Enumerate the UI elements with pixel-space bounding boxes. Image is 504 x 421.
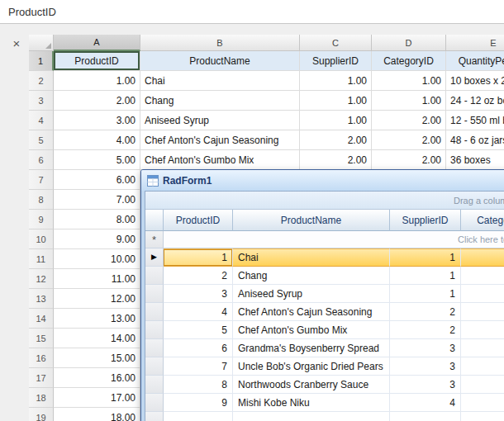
grid-cell-supplier[interactable]: 2 xyxy=(390,321,461,339)
grid-cell-supplier[interactable]: 3 xyxy=(390,357,461,376)
sheet-row-header-14[interactable]: 14 xyxy=(29,309,54,329)
grid-cell-supplier[interactable]: 1 xyxy=(390,267,461,285)
sheet-cell-b2[interactable]: Chai xyxy=(140,71,300,91)
grid-cell-name[interactable]: Northwoods Cranberry Sauce xyxy=(233,376,390,394)
grid-cell-id[interactable]: 1 xyxy=(164,248,233,267)
grid-row-8[interactable]: 8Northwoods Cranberry Sauce3 xyxy=(145,376,504,394)
sheet-cell-a2[interactable]: 1.00 xyxy=(54,71,140,91)
grid-row-7[interactable]: 7Uncle Bob's Organic Dried Pears3 xyxy=(145,357,504,376)
grid-row-4[interactable]: 4Chef Anton's Cajun Seasoning2 xyxy=(145,303,504,321)
grid-cell-id[interactable]: 2 xyxy=(164,267,233,285)
grid-cell-supplier[interactable]: 3 xyxy=(390,339,461,357)
sheet-cell-a8[interactable]: 7.00 xyxy=(54,190,140,210)
sheet-cell-c6[interactable]: 2.00 xyxy=(300,150,372,170)
sheet-row-header-9[interactable]: 9 xyxy=(29,210,54,229)
sheet-cell-d2[interactable]: 1.00 xyxy=(372,71,446,91)
grid-cell-supplier[interactable]: 1 xyxy=(390,248,461,267)
grid-cell-category[interactable] xyxy=(461,376,504,394)
sheet-row-header-4[interactable]: 4 xyxy=(29,111,54,130)
grid-cell-id[interactable]: 5 xyxy=(164,321,233,339)
grid-cell-supplier[interactable]: 4 xyxy=(390,394,461,412)
grid-group-panel[interactable]: Drag a column here to group by that colu… xyxy=(145,192,504,210)
sheet-row-header-18[interactable]: 18 xyxy=(29,388,54,408)
sheet-row-header-2[interactable]: 2 xyxy=(29,71,54,91)
grid-cell-supplier[interactable]: 1 xyxy=(390,285,461,303)
sheet-cell-e4[interactable]: 12 - 550 ml bottles xyxy=(446,111,504,130)
sheet-cell-c5[interactable]: 2.00 xyxy=(300,130,372,150)
sheet-cell-c2[interactable]: 1.00 xyxy=(300,71,372,91)
grid-cell-category[interactable] xyxy=(461,285,504,303)
sheet-row-header-19[interactable]: 19 xyxy=(29,408,54,421)
sheet-row-header-3[interactable]: 3 xyxy=(29,91,54,111)
grid-row-6[interactable]: 6Grandma's Boysenberry Spread3 xyxy=(145,339,504,357)
grid-cell-id[interactable]: 4 xyxy=(164,303,233,321)
select-all-cell[interactable] xyxy=(29,35,54,51)
sheet-cell-a15[interactable]: 14.00 xyxy=(54,329,140,348)
sheet-cell-e3[interactable]: 24 - 12 oz bottles xyxy=(446,91,504,111)
sheet-cell-a18[interactable]: 17.00 xyxy=(54,388,140,408)
sheet-cell-b5[interactable]: Chef Anton's Cajun Seasoning xyxy=(140,130,300,150)
sheet-cell-d3[interactable]: 1.00 xyxy=(372,91,446,111)
sheet-column-header-d[interactable]: D xyxy=(372,35,446,51)
sheet-cell-a19[interactable]: 18.00 xyxy=(54,408,140,421)
grid-cell-category[interactable] xyxy=(461,339,504,357)
sheet-row-header-13[interactable]: 13 xyxy=(29,289,54,309)
sheet-row-header-17[interactable]: 17 xyxy=(29,368,54,388)
sheet-cell-a6[interactable]: 5.00 xyxy=(54,150,140,170)
sheet-row-header-10[interactable]: 10 xyxy=(29,229,54,249)
sheet-cell-a17[interactable]: 16.00 xyxy=(54,368,140,388)
grid-cell-name[interactable]: Mishi Kobe Niku xyxy=(233,394,390,412)
grid-cell-supplier[interactable]: 2 xyxy=(390,303,461,321)
sheet-cell-b6[interactable]: Chef Anton's Gumbo Mix xyxy=(140,150,300,170)
grid-cell-id[interactable]: 6 xyxy=(164,339,233,357)
grid-row-1[interactable]: ▶1Chai1 xyxy=(145,248,504,267)
sheet-row-header-8[interactable]: 8 xyxy=(29,190,54,210)
sheet-cell-a16[interactable]: 15.00 xyxy=(54,348,140,368)
sheet-column-header-c[interactable]: C xyxy=(300,35,372,51)
grid-cell-name[interactable]: Grandma's Boysenberry Spread xyxy=(233,339,390,357)
grid-cell-category[interactable] xyxy=(461,321,504,339)
sheet-cell-a5[interactable]: 4.00 xyxy=(54,130,140,150)
grid-cell-name[interactable]: Uncle Bob's Organic Dried Pears xyxy=(233,357,390,376)
grid-cell-id[interactable]: 3 xyxy=(164,285,233,303)
sheet-cell-d1[interactable]: CategoryID xyxy=(372,51,446,71)
sheet-row-header-12[interactable]: 12 xyxy=(29,269,54,289)
sheet-cell-d5[interactable]: 2.00 xyxy=(372,130,446,150)
sheet-cell-e6[interactable]: 36 boxes xyxy=(446,150,504,170)
grid-cell-supplier[interactable]: 3 xyxy=(390,376,461,394)
grid-cell-name[interactable]: Chai xyxy=(233,248,390,267)
sheet-cell-a3[interactable]: 2.00 xyxy=(54,91,140,111)
grid-column-header-productid[interactable]: ProductID xyxy=(164,210,233,231)
sheet-cell-e5[interactable]: 48 - 6 oz jars xyxy=(446,130,504,150)
sheet-cell-c3[interactable]: 1.00 xyxy=(300,91,372,111)
sheet-cell-a4[interactable]: 3.00 xyxy=(54,111,140,130)
formula-bar[interactable]: ProductID xyxy=(0,0,504,24)
grid-cell-category[interactable] xyxy=(461,357,504,376)
grid-cell-name[interactable]: Chef Anton's Cajun Seasoning xyxy=(233,303,390,321)
sheet-cell-a13[interactable]: 12.00 xyxy=(54,289,140,309)
sheet-column-header-e[interactable]: E xyxy=(446,35,504,51)
sheet-cell-a1[interactable]: ProductID xyxy=(54,51,140,71)
grid-cell-id[interactable]: 9 xyxy=(164,394,233,412)
sheet-cell-d4[interactable]: 2.00 xyxy=(372,111,446,130)
grid-cell-id[interactable]: 8 xyxy=(164,376,233,394)
sheet-cell-a12[interactable]: 11.00 xyxy=(54,269,140,289)
sheet-cell-a14[interactable]: 13.00 xyxy=(54,309,140,329)
grid-cell-category[interactable] xyxy=(461,394,504,412)
grid-column-header-categoryid[interactable]: CategoryID xyxy=(461,210,504,231)
grid-cell-name[interactable]: Aniseed Syrup xyxy=(233,285,390,303)
sheet-row-header-1[interactable]: 1 xyxy=(29,51,54,71)
grid-cell-name[interactable]: Chang xyxy=(233,267,390,285)
grid-column-header-productname[interactable]: ProductName xyxy=(233,210,390,231)
sheet-cell-a10[interactable]: 9.00 xyxy=(54,229,140,249)
sheet-row-header-15[interactable]: 15 xyxy=(29,329,54,348)
grid-row-9[interactable]: 9Mishi Kobe Niku4 xyxy=(145,394,504,412)
grid-cell-category[interactable] xyxy=(461,303,504,321)
radform-titlebar[interactable]: RadForm1 xyxy=(141,170,504,191)
grid-cell-name[interactable]: Chef Anton's Gumbo Mix xyxy=(233,321,390,339)
grid-cell-category[interactable] xyxy=(461,248,504,267)
sheet-cell-b1[interactable]: ProductName xyxy=(140,51,300,71)
sheet-cell-c1[interactable]: SupplierID xyxy=(300,51,372,71)
sheet-cell-b4[interactable]: Aniseed Syrup xyxy=(140,111,300,130)
grid-column-header-supplierid[interactable]: SupplierID xyxy=(390,210,461,231)
